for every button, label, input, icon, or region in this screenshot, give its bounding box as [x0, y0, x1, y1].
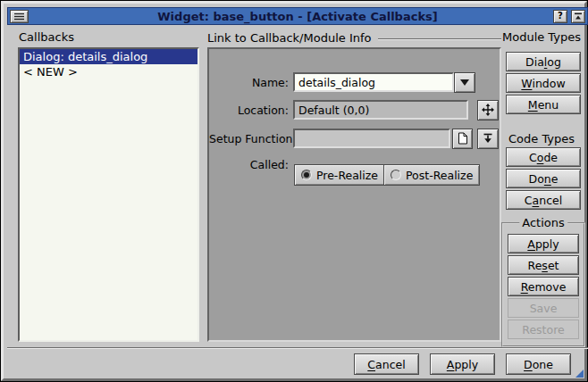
info-header-rule — [378, 38, 502, 40]
info-header-label: Link to Callback/Module Info — [207, 31, 372, 45]
shade-button[interactable] — [571, 10, 585, 23]
button-apply[interactable]: Apply — [430, 353, 495, 375]
dialog-window: Widget: base_button - [Activate Callback… — [0, 0, 588, 382]
help-button[interactable]: ? — [553, 10, 567, 23]
radio-circle-icon — [301, 170, 312, 180]
called-row: Called: Pre-RealizePost-Realize — [209, 154, 500, 175]
new-function-button[interactable] — [452, 129, 473, 149]
chevron-down-icon — [460, 79, 469, 86]
name-input[interactable] — [293, 72, 454, 92]
move-cross-icon — [482, 104, 494, 116]
called-label: Called: — [209, 158, 293, 171]
down-arrow-bar-icon — [483, 133, 493, 144]
button-menu[interactable]: Menu — [506, 95, 581, 114]
radio-label: Post-Realize — [406, 169, 473, 182]
callbacks-list[interactable]: Dialog: details_dialog< NEW > — [18, 47, 199, 342]
button-window[interactable]: Window — [506, 73, 581, 93]
function-picker-button[interactable] — [477, 129, 499, 149]
button-save: Save — [508, 298, 579, 318]
location-value: Default (0,0) — [293, 100, 468, 120]
info-panel: Name: Location: Default (0,0) — [207, 47, 501, 342]
button-dialog[interactable]: Dialog — [506, 52, 581, 71]
list-item[interactable]: Dialog: details_dialog — [20, 49, 197, 64]
radio-pre-realize[interactable]: Pre-Realize — [294, 164, 385, 186]
name-label: Name: — [209, 76, 293, 89]
radio-circle-icon — [391, 170, 401, 180]
titlebar: Widget: base_button - [Activate Callback… — [7, 7, 588, 25]
name-dropdown-button[interactable] — [454, 72, 475, 93]
code-type-buttons: CodeDoneCancel — [506, 147, 581, 212]
button-reset[interactable]: Reset — [508, 255, 579, 275]
bottom-separator — [7, 347, 588, 349]
location-move-button[interactable] — [477, 100, 499, 120]
actions-label: Actions — [519, 216, 567, 229]
shade-icon — [574, 12, 583, 21]
button-done[interactable]: Done — [506, 169, 581, 188]
bottom-buttons: CancelApplyDone — [354, 353, 571, 375]
button-code[interactable]: Code — [506, 147, 581, 167]
setup-function-input[interactable] — [293, 129, 450, 148]
info-header: Link to Callback/Module Info — [207, 31, 501, 45]
resize-grip-icon[interactable] — [575, 370, 584, 378]
code-types-label: Code Types — [497, 132, 586, 145]
button-cancel[interactable]: Cancel — [506, 190, 581, 210]
action-buttons: ApplyResetRemoveSaveRestore — [503, 224, 584, 339]
button-cancel[interactable]: Cancel — [354, 353, 419, 375]
window-menu-icon — [13, 12, 25, 21]
window-title: Widget: base_button - [Activate Callback… — [8, 10, 587, 23]
question-mark-icon: ? — [558, 12, 563, 21]
location-row: Location: Default (0,0) — [209, 99, 500, 120]
list-item[interactable]: < NEW > — [20, 64, 197, 79]
location-label: Location: — [209, 104, 293, 117]
name-row: Name: — [209, 71, 500, 93]
new-document-icon — [458, 132, 468, 145]
actions-group: Actions ApplyResetRemoveSaveRestore — [501, 222, 585, 347]
callbacks-label: Callbacks — [19, 30, 74, 44]
setup-function-row: Setup Function: — [209, 128, 500, 149]
button-restore: Restore — [508, 320, 579, 339]
radio-post-realize[interactable]: Post-Realize — [383, 164, 480, 186]
module-types-label: Module Types — [497, 30, 586, 44]
button-apply[interactable]: Apply — [508, 234, 579, 253]
module-type-buttons: DialogWindowMenu — [506, 52, 581, 116]
setup-function-label: Setup Function: — [209, 132, 293, 145]
button-remove[interactable]: Remove — [508, 277, 579, 296]
button-done[interactable]: Done — [506, 353, 571, 375]
radio-label: Pre-Realize — [316, 169, 378, 182]
window-menu-button[interactable] — [10, 10, 29, 23]
window-frame: Widget: base_button - [Activate Callback… — [1, 1, 587, 381]
